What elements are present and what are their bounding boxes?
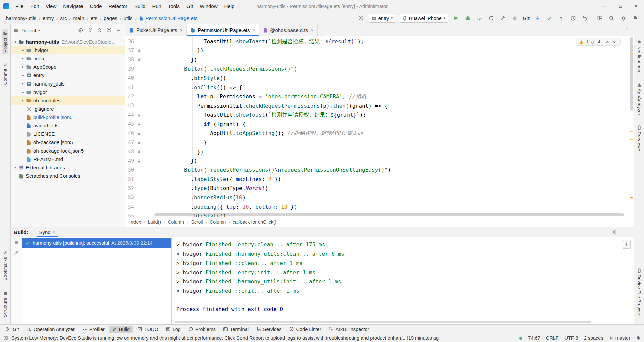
code-line-38[interactable]: 38 }) bbox=[125, 55, 391, 64]
menu-tools[interactable]: Tools bbox=[165, 0, 183, 12]
build-settings-button[interactable] bbox=[612, 229, 617, 235]
tree-item-.gitignore[interactable]: .gitignore bbox=[11, 105, 125, 113]
breadcrumb-utils[interactable]: utils bbox=[124, 15, 133, 21]
editor-breadcrumb-build-[interactable]: build() bbox=[148, 219, 161, 225]
line-number[interactable]: 53 bbox=[125, 194, 134, 201]
tool-button-commit[interactable]: Commit bbox=[2, 60, 8, 87]
stripe-todo-mark[interactable] bbox=[630, 197, 633, 198]
run-button[interactable] bbox=[451, 14, 460, 23]
code-line-52[interactable]: 52 .type(ButtonType.Normal) bbox=[125, 184, 391, 193]
stop-button[interactable] bbox=[510, 14, 519, 23]
git-branch-widget[interactable]: master bbox=[609, 335, 630, 341]
git-update-button[interactable] bbox=[533, 14, 542, 23]
tree-item-oh-package.json5[interactable]: oh-package.json5 bbox=[11, 138, 125, 147]
tab-permissionutilpage.ets[interactable]: PermissionUtilPage.ets× bbox=[187, 24, 259, 36]
panel-settings-button[interactable] bbox=[106, 27, 112, 33]
code-line-37[interactable]: 37 }) bbox=[125, 46, 391, 55]
code-line-45[interactable]: 45 if (!grant) { bbox=[125, 120, 391, 129]
tree-item-readme.md[interactable]: README.md bbox=[11, 155, 125, 163]
locate-file-button[interactable] bbox=[78, 27, 84, 33]
line-number[interactable]: 44 bbox=[125, 112, 134, 118]
pin-icon[interactable] bbox=[14, 250, 19, 255]
editor-breadcrumb-index[interactable]: Index bbox=[129, 219, 141, 225]
build-tab-sync[interactable]: Sync × bbox=[37, 227, 58, 237]
build-result-row[interactable]: harmony-utils [build init]: successful A… bbox=[22, 238, 171, 248]
tool-window-button-operation-analyzer[interactable]: Operation Analyzer bbox=[23, 326, 78, 333]
menu-navigate[interactable]: Navigate bbox=[60, 0, 86, 12]
vertical-scrollbar[interactable] bbox=[630, 37, 633, 111]
code-line-47[interactable]: 47 } bbox=[125, 138, 391, 147]
maximize-button[interactable] bbox=[612, 0, 628, 12]
editor-breadcrumb-column[interactable]: Column bbox=[168, 219, 184, 225]
close-icon[interactable]: × bbox=[53, 229, 56, 235]
line-number[interactable]: 40 bbox=[125, 75, 134, 81]
device-manager-button[interactable] bbox=[357, 14, 366, 23]
tree-item-.idea[interactable]: ▸.idea bbox=[11, 54, 125, 63]
next-problem-button[interactable] bbox=[612, 40, 617, 44]
device-select[interactable]: Huawei_Phone ▾ bbox=[399, 14, 449, 23]
stripe-warning-mark[interactable] bbox=[630, 53, 633, 54]
horizontal-scrollbar[interactable] bbox=[154, 213, 624, 216]
project-panel-title[interactable]: Project bbox=[20, 27, 36, 33]
tool-window-button-git[interactable]: Git bbox=[3, 326, 22, 333]
git-commit-button[interactable] bbox=[545, 14, 554, 23]
line-number[interactable]: 55 bbox=[125, 213, 134, 217]
line-number[interactable]: 51 bbox=[125, 176, 134, 182]
code-line-42[interactable]: 42 let p: Permissions = 'ohos.permission… bbox=[125, 92, 391, 101]
notifications-button[interactable] bbox=[631, 14, 639, 23]
stripe-warning-mark[interactable] bbox=[630, 131, 633, 132]
tree-item-external-libraries[interactable]: ▸External Libraries bbox=[11, 163, 125, 172]
tool-button-notifications[interactable]: Notifications bbox=[636, 38, 642, 74]
indent-widget[interactable]: 2 spaces bbox=[584, 335, 603, 341]
tool-button-previewer[interactable]: Previewer bbox=[636, 123, 642, 155]
tool-button-project[interactable]: Project bbox=[2, 29, 8, 54]
code-editor[interactable]: 36 ToastUtil.showToast(`检测是否授权，结果：${resu… bbox=[125, 36, 634, 217]
scroll-to-end-button[interactable] bbox=[622, 240, 631, 249]
tree-item-license[interactable]: LICENSE bbox=[11, 130, 125, 138]
git-push-button[interactable] bbox=[557, 14, 566, 23]
line-number[interactable]: 45 bbox=[125, 121, 134, 127]
menu-help[interactable]: Help bbox=[221, 0, 238, 12]
close-icon[interactable]: × bbox=[311, 27, 314, 33]
menu-file[interactable]: File bbox=[12, 0, 27, 12]
code-line-39[interactable]: 39 Button("checkRequestPermissions()") bbox=[125, 64, 391, 73]
line-number[interactable]: 42 bbox=[125, 94, 134, 100]
line-number[interactable]: 46 bbox=[125, 130, 134, 136]
run-config-select[interactable]: entry ▾ bbox=[369, 14, 396, 23]
tree-item-build-profile.json5[interactable]: build-profile.json5 bbox=[11, 113, 125, 121]
line-ending-widget[interactable]: CRLF bbox=[546, 335, 559, 341]
tool-window-button-todo[interactable]: TODO bbox=[134, 326, 161, 333]
tree-item-.hvigor[interactable]: ▸.hvigor bbox=[11, 46, 125, 54]
menu-build[interactable]: Build bbox=[131, 0, 149, 12]
menu-git[interactable]: Git bbox=[183, 0, 196, 12]
stop-build-button[interactable] bbox=[14, 240, 19, 245]
inspections-widget[interactable]: 1 4 bbox=[576, 38, 621, 46]
hide-panel-button[interactable] bbox=[623, 229, 628, 235]
menu-run[interactable]: Run bbox=[149, 0, 165, 12]
code-line-50[interactable]: 50 Button("requestPermissions()\nrequest… bbox=[125, 165, 391, 174]
tree-item-entry[interactable]: ▸entry bbox=[11, 71, 125, 79]
code-line-53[interactable]: 53 .borderRadius(10) bbox=[125, 193, 391, 202]
code-line-36[interactable]: 36 ToastUtil.showToast(`检测是否授权，结果：${resu… bbox=[125, 37, 391, 46]
settings-button[interactable] bbox=[619, 14, 628, 23]
editor-breadcrumb-column[interactable]: Column bbox=[210, 219, 226, 225]
breadcrumb-main[interactable]: main bbox=[73, 15, 84, 21]
line-number[interactable]: 50 bbox=[125, 167, 134, 173]
close-icon[interactable]: × bbox=[252, 27, 255, 33]
code-line-44[interactable]: 44 ToastUtil.showToast(`检测并申请授权，结果：${gra… bbox=[125, 110, 391, 119]
tool-window-button-profiler[interactable]: Profiler bbox=[79, 326, 108, 333]
breadcrumb-pages[interactable]: pages bbox=[104, 15, 117, 21]
tab-pickerutilpage.ets[interactable]: PickerUtilPage.ets× bbox=[125, 24, 187, 36]
menu-view[interactable]: View bbox=[42, 0, 60, 12]
tree-item-hvigor[interactable]: ▸hvigor bbox=[11, 88, 125, 96]
close-icon[interactable]: × bbox=[180, 27, 183, 33]
tree-item-scratches-and-consoles[interactable]: Scratches and Consoles bbox=[11, 172, 125, 180]
tool-button-appanalyzer[interactable]: AppAnalyzer bbox=[636, 80, 642, 117]
code-line-46[interactable]: 46 AppUtil.toAppSetting(); //拒绝权限，跳转APP设… bbox=[125, 129, 391, 138]
tree-item-oh_modules[interactable]: ▸oh_modules bbox=[11, 96, 125, 105]
tool-window-button-terminal[interactable]: Terminal bbox=[220, 326, 252, 333]
line-number[interactable]: 37 bbox=[125, 48, 134, 54]
breadcrumb-harmony-utils[interactable]: harmony-utils bbox=[6, 15, 36, 21]
code-line-41[interactable]: 41 .onClick(() => { bbox=[125, 83, 391, 92]
menu-window[interactable]: Window bbox=[196, 0, 221, 12]
